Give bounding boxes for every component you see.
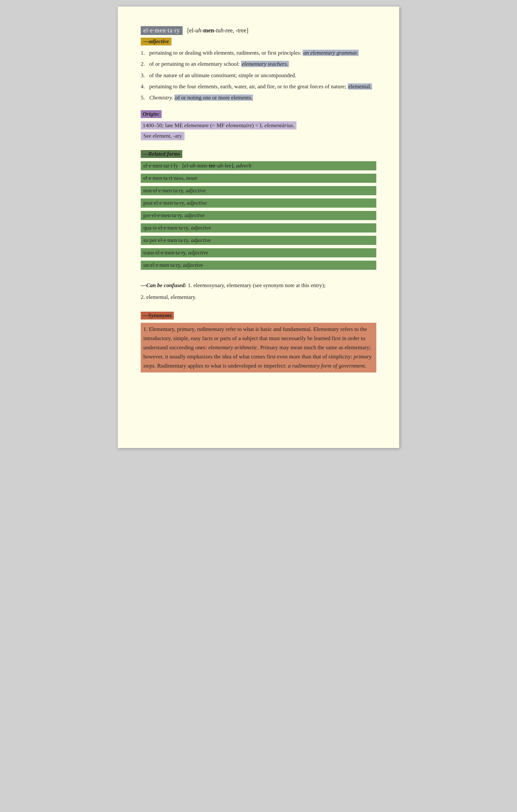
headword-line: el·e·men·ta·ry [el-uh-men-tuh-ree, -tree… <box>141 26 376 35</box>
definition-5: 5. Chemistry. of or noting one or more e… <box>141 93 376 102</box>
def-highlight-4: elemental. <box>348 83 372 90</box>
origin-text: 1400–50; late ME elementare (< MF elemen… <box>141 121 296 129</box>
def-text-5: Chemistry. of or noting one or more elem… <box>149 93 376 102</box>
confused-line-1: —Can be confused: 1. eleemosynary, eleme… <box>141 281 376 293</box>
synonyms-section: —Synonyms 1. Elementary, primary, rudime… <box>141 312 376 373</box>
def-text-3: of the nature of an ultimate constituent… <box>149 71 376 80</box>
definition-3: 3. of the nature of an ultimate constitu… <box>141 71 376 80</box>
def-num-5: 5. <box>141 93 149 102</box>
related-item-9: un·el·e·men·ta·ry, adjective <box>141 261 376 270</box>
related-item-7: su·per·el·e·men·ta·ry, adjective <box>141 236 376 245</box>
def-num-4: 4. <box>141 82 149 91</box>
confused-text-2: 2. elemental, elementary. <box>141 294 196 300</box>
pos-tag: —adjective <box>141 38 171 46</box>
synonyms-header: —Synonyms <box>141 312 174 319</box>
related-items-list: el·e·men·tar·i·ly [el-uh-men-ter-uh-lee]… <box>141 161 376 271</box>
def-highlight-5: of or noting one or more elements. <box>174 94 253 101</box>
definitions-list: 1. pertaining to or dealing with element… <box>141 49 376 103</box>
origin-header: Origin: <box>141 110 162 118</box>
definition-2: 2. of or pertaining to an elementary sch… <box>141 60 376 68</box>
definition-1: 1. pertaining to or dealing with element… <box>141 49 376 57</box>
related-item-1: el·e·men·tar·i·ly [el-uh-men-ter-uh-lee]… <box>141 161 376 170</box>
def-num-2: 2. <box>141 60 149 68</box>
pos-line: —adjective <box>141 38 376 46</box>
synonyms-text: 1. Elementary, primary, rudimentary refe… <box>141 323 376 373</box>
confused-header: —Can be confused: <box>141 281 187 290</box>
confused-section: —Can be confused: 1. eleemosynary, eleme… <box>141 281 376 302</box>
related-item-5: pre·el·e·men·ta·ry, adjective <box>141 211 376 220</box>
origin-see-block: See element, -ary <box>141 132 376 140</box>
origin-see: See element, -ary <box>141 132 185 140</box>
def-text-2: of or pertaining to an elementary school… <box>149 60 376 68</box>
def-text-4: pertaining to the four elements, earth, … <box>149 82 376 91</box>
def-text-1: pertaining to or dealing with elements, … <box>149 49 376 57</box>
related-item-6: qua·si-el·e·men·ta·ry, adjective <box>141 223 376 233</box>
related-item-4: post·el·e·men·ta·ry, adjective <box>141 199 376 208</box>
synonyms-header-line: —Synonyms <box>141 312 376 323</box>
origin-header-line: Origin: <box>141 110 376 121</box>
def-num-1: 1. <box>141 49 149 57</box>
origin-text-block: 1400–50; late ME elementare (< MF elemen… <box>141 121 376 130</box>
definition-4: 4. pertaining to the four elements, eart… <box>141 82 376 91</box>
related-item-2: el·e·men·ta·ri·ness, noun <box>141 174 376 183</box>
dictionary-page: el·e·men·ta·ry [el-uh-men-tuh-ree, -tree… <box>118 6 399 448</box>
headword: el·e·men·ta·ry <box>141 26 183 35</box>
related-forms-header: —Related forms <box>141 150 182 158</box>
def-example-1: an elementary grammar. <box>303 50 359 56</box>
related-forms-section: —Related forms el·e·men·tar·i·ly [el-uh-… <box>141 150 376 271</box>
related-header-line: —Related forms <box>141 150 376 161</box>
def-example-2: elementary teachers. <box>241 61 289 67</box>
related-item-3: non·el·e·men·ta·ry, adjective <box>141 186 376 195</box>
pronunciation: [el-uh-men-tuh-ree, -tree] <box>187 27 248 34</box>
origin-section: Origin: 1400–50; late ME elementare (< M… <box>141 110 376 140</box>
related-item-8: trans·el·e·men·ta·ry, adjective <box>141 248 376 257</box>
confused-line-2: 2. elemental, elementary. <box>141 293 376 301</box>
confused-text-1: 1. eleemosynary, elementary (see synonym… <box>188 282 326 288</box>
def-num-3: 3. <box>141 71 149 80</box>
